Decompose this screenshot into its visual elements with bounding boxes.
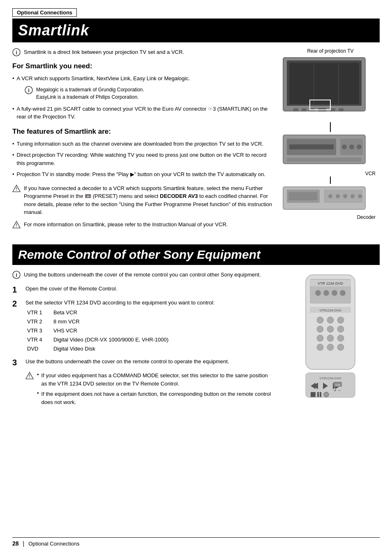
features-heading: The features of Smartlink are: [12, 128, 274, 136]
tv-illustration [281, 56, 367, 121]
smartlink-section: Optional Connections Smartlink i Smartli… [12, 8, 380, 233]
decoder-label: Decoder [281, 214, 380, 220]
svg-rect-72 [320, 392, 321, 397]
warn-icon2: ! [12, 221, 21, 229]
warn-bullet1-text: If your video equipment has a COMMAND MO… [42, 372, 274, 388]
svg-point-45 [315, 290, 321, 296]
svg-point-36 [358, 194, 362, 198]
section-label: Optional Connections [12, 8, 77, 17]
svg-point-56 [337, 326, 344, 332]
warn-icon1: ! [12, 184, 21, 193]
svg-text:CH: CH [335, 383, 340, 387]
svg-point-54 [317, 326, 323, 332]
svg-point-52 [327, 317, 334, 323]
svg-text:VTR 1234 DVD: VTR 1234 DVD [318, 281, 344, 286]
svg-point-35 [350, 194, 355, 198]
vtr-val: Beta VCR [53, 308, 77, 317]
feature-bullet2: • Direct projection TV recording: While … [12, 151, 274, 167]
remote-title-bar: Remote Control of other Sony Equipment [12, 244, 380, 265]
feature1-text: Tuning information such as the channel o… [17, 140, 264, 148]
vtr-row: VTR 1Beta VCR [27, 308, 274, 317]
remote-warn-content: • If your video equipment has a COMMAND … [37, 372, 274, 409]
warning1-text: If you have connected a decoder to a VCR… [24, 184, 274, 216]
svg-point-46 [323, 290, 329, 296]
svg-point-48 [340, 290, 346, 296]
bullet-dot2: • [12, 106, 14, 112]
remote-intro-text: Using the buttons underneath the cover o… [24, 271, 261, 279]
vtr-row: VTR 3VHS VCR [27, 326, 274, 335]
svg-point-33 [336, 194, 340, 198]
svg-point-60 [317, 344, 323, 351]
svg-point-25 [349, 144, 354, 149]
svg-text:VTR1234 DVD: VTR1234 DVD [320, 376, 341, 380]
svg-point-55 [327, 326, 334, 332]
vtr-val: Digital Video (DCR-VX 1000/9000 E, VHR-1… [53, 335, 168, 344]
warn-bullet2-text: If the equipment does not have a certain… [42, 390, 274, 406]
feature-bullet3: • Projection TV in standby mode: Press t… [12, 170, 274, 179]
vtr-key: VTR 1 [27, 308, 48, 317]
remote-intro-row: i Using the buttons underneath the cover… [12, 271, 274, 279]
rear-tv-label: Rear of projection TV [281, 48, 380, 54]
warning2-block: ! For more information on Smartlink, ple… [12, 221, 274, 229]
vtr-val: Digital Video Disk [53, 344, 95, 353]
svg-rect-14 [302, 108, 307, 111]
svg-text:!: ! [29, 374, 30, 379]
smartlink-title-bar: Smartlink [12, 19, 380, 42]
bullet1-text: A VCR which supports Smartlink, NextView… [17, 74, 190, 83]
svg-rect-71 [317, 392, 319, 397]
vcr-label: VCR [281, 171, 380, 176]
smartlink-bullet2: • A fully-wired 21 pin SCART cable to co… [12, 105, 274, 121]
svg-point-57 [317, 335, 323, 341]
remote-section: Remote Control of other Sony Equipment i… [12, 244, 380, 413]
info-icon-small: i [25, 86, 33, 94]
vtr-row: VTR 28 mm VCR [27, 317, 274, 326]
vtr-key: VTR 4 [27, 335, 48, 344]
remote-left: i Using the buttons underneath the cover… [12, 271, 274, 413]
footer-page-num: 28 [12, 540, 19, 547]
vcr-illustration [281, 133, 367, 170]
svg-text:!: ! [16, 223, 17, 228]
svg-rect-70 [311, 392, 316, 397]
svg-point-32 [328, 194, 332, 198]
info-icon-remote: i [12, 271, 21, 279]
svg-text:i: i [16, 49, 17, 56]
warning1-block: ! If you have connected a decoder to a V… [12, 184, 274, 216]
remote-title: Remote Control of other Sony Equipment [18, 248, 374, 262]
step1: 1 Open the cover of the Remote Control. [12, 285, 274, 295]
svg-text:!: ! [16, 187, 17, 191]
step3-num: 3 [12, 358, 21, 367]
vtr-row: DVDDigital Video Disk [27, 344, 274, 353]
remote-right: VTR 1234 DVD VTR1234 DVD [281, 271, 380, 413]
vtr-val: VHS VCR [53, 326, 77, 335]
svg-point-53 [337, 317, 344, 323]
remote-warn-bullet1: • If your video equipment has a COMMAND … [37, 372, 274, 388]
remote-illustration: VTR 1234 DVD VTR1234 DVD [293, 271, 367, 402]
step1-num: 1 [12, 285, 21, 295]
remote-content: i Using the buttons underneath the cover… [12, 271, 380, 413]
svg-text:VTR1234 DVD: VTR1234 DVD [320, 309, 341, 312]
svg-text:i: i [16, 272, 17, 278]
svg-rect-10 [289, 63, 359, 104]
step3: 3 Use the buttons underneath the cover o… [12, 358, 274, 367]
svg-point-58 [327, 335, 334, 341]
vtr-key: DVD [27, 344, 48, 353]
svg-point-61 [327, 344, 334, 351]
svg-rect-13 [293, 108, 298, 111]
vtr-key: VTR 3 [27, 326, 48, 335]
vtr-key: VTR 2 [27, 317, 48, 326]
smartlink-bullet1: • A VCR which supports Smartlink, NextVi… [12, 74, 274, 83]
warning2-text: For more information on Smartlink, pleas… [24, 221, 274, 229]
step2-text: Set the selector VTR 1234 DVD according … [25, 299, 274, 307]
bullet2-text: A fully-wired 21 pin SCART cable to conn… [17, 105, 274, 121]
smartlink-intro-row: i Smartlink is a direct link between you… [12, 48, 274, 56]
svg-point-62 [337, 344, 344, 351]
feature-bullet1: • Tuning information such as the channel… [12, 140, 274, 148]
feature3-text: Projection TV in standby mode: Press the… [17, 170, 266, 179]
footer-section-text: Optional Connections [28, 541, 79, 547]
smartlink-title: Smartlink [18, 22, 374, 39]
info-icon: i [12, 48, 21, 56]
smartlink-left: i Smartlink is a direct link between you… [12, 48, 274, 233]
svg-rect-18 [339, 108, 344, 111]
connector-line2 [330, 176, 331, 184]
svg-point-51 [317, 317, 323, 323]
